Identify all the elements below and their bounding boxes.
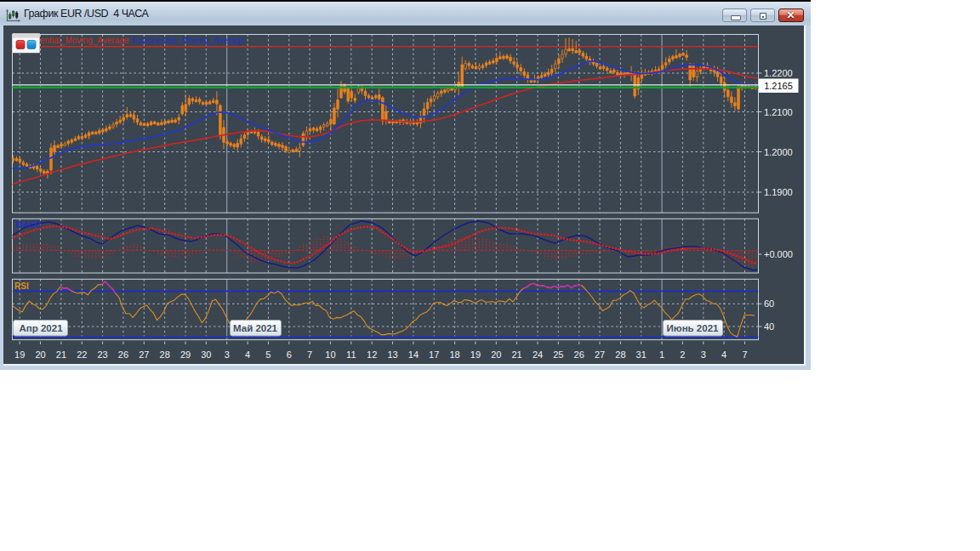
svg-text:12: 12 — [367, 349, 377, 360]
svg-text:1.2165: 1.2165 — [764, 81, 793, 91]
svg-text:20: 20 — [35, 349, 45, 360]
svg-text:Апр 2021: Апр 2021 — [19, 323, 63, 333]
svg-text:21: 21 — [56, 349, 66, 360]
svg-text:19: 19 — [470, 349, 481, 360]
svg-text:22: 22 — [77, 349, 87, 360]
svg-text:MACD: MACD — [15, 220, 41, 230]
svg-text:6: 6 — [287, 349, 292, 360]
svg-text:26: 26 — [118, 349, 128, 360]
svg-text:10: 10 — [325, 349, 335, 360]
svg-text:18: 18 — [449, 349, 459, 360]
svg-text:24: 24 — [533, 349, 543, 360]
svg-text:40: 40 — [764, 321, 774, 332]
svg-text:Май 2021: Май 2021 — [233, 323, 278, 333]
svg-text:1.1900: 1.1900 — [764, 187, 793, 197]
svg-text:1.2000: 1.2000 — [764, 147, 793, 157]
svg-text:27: 27 — [595, 349, 605, 360]
svg-text:27: 27 — [139, 349, 149, 360]
svg-text:7: 7 — [742, 349, 747, 360]
svg-text:RSI: RSI — [14, 281, 29, 291]
svg-text:28: 28 — [615, 349, 625, 360]
svg-text:25: 25 — [553, 349, 563, 360]
svg-text:21: 21 — [511, 349, 521, 360]
svg-text:3: 3 — [225, 349, 230, 360]
svg-text:14: 14 — [408, 349, 419, 360]
svg-text:28: 28 — [160, 349, 170, 360]
svg-text:ential_Moving_Average: ential_Moving_Average — [40, 36, 129, 45]
svg-text:1.2200: 1.2200 — [764, 68, 793, 78]
svg-text:30: 30 — [201, 349, 211, 360]
svg-text:11: 11 — [346, 349, 356, 360]
svg-text:1: 1 — [659, 349, 664, 360]
svg-text:31: 31 — [636, 349, 647, 360]
svg-text:17: 17 — [429, 349, 439, 360]
svg-text:4: 4 — [245, 349, 250, 360]
svg-text:20: 20 — [491, 349, 501, 360]
svg-text:5: 5 — [265, 349, 271, 360]
svg-text:19: 19 — [14, 349, 25, 360]
svg-text:Июнь 2021: Июнь 2021 — [667, 323, 719, 333]
svg-text:60: 60 — [764, 298, 774, 309]
svg-text:4: 4 — [721, 349, 726, 360]
svg-text:13: 13 — [387, 349, 397, 360]
svg-text:7: 7 — [307, 349, 312, 360]
svg-text:Exponential_Moving_Average: Exponential_Moving_Average — [132, 36, 245, 45]
svg-text:29: 29 — [180, 349, 191, 360]
svg-text:2: 2 — [680, 349, 685, 360]
svg-text:1.2100: 1.2100 — [764, 107, 793, 117]
svg-text:26: 26 — [574, 349, 584, 360]
svg-text:3: 3 — [701, 349, 706, 360]
svg-text:+0.000: +0.000 — [764, 249, 793, 259]
svg-text:23: 23 — [97, 349, 107, 360]
